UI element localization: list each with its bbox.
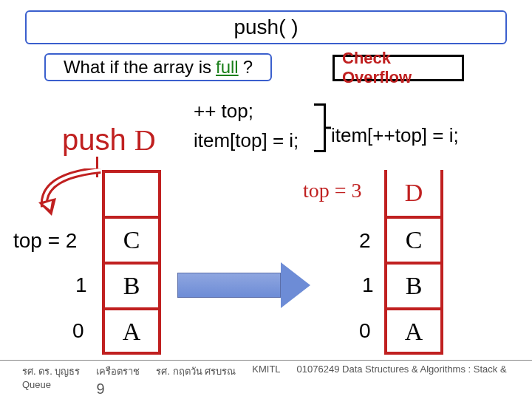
footer-author3: รศ. กฤตวัน ศรบรณ — [156, 364, 236, 379]
index-label: 0 — [72, 319, 84, 343]
stack-cell: A — [105, 307, 158, 353]
footer-author1a: รศ. ดร. บุญธร — [22, 364, 80, 379]
push-word: push — [62, 123, 134, 156]
top-label-before: top = 2 — [13, 229, 77, 253]
check-overflow-label: Check Overflow — [342, 49, 462, 87]
code-line-1: ++ top; — [194, 100, 253, 123]
check-overflow-box: Check Overflow — [332, 55, 464, 81]
transition-arrow-icon — [177, 262, 310, 308]
footer-course: 01076249 Data Structures & Algorithms : … — [297, 364, 507, 375]
slide-title: push( ) — [233, 16, 298, 39]
code-line-2: item[top] = i; — [194, 129, 299, 152]
index-label: 1 — [75, 273, 87, 297]
index-label: 2 — [359, 229, 371, 253]
subtitle-emph: full — [216, 57, 239, 78]
slide-title-box: push( ) — [25, 10, 507, 44]
stack-after: D C B A — [384, 170, 443, 355]
code-line-combined: item[++top] = i; — [331, 124, 459, 147]
push-call-label: push D — [62, 123, 156, 157]
slide-number: 9 — [96, 381, 140, 398]
footer-institution: KMITL — [252, 364, 280, 375]
subtitle-prefix: What if the array is — [64, 57, 211, 78]
index-label: 1 — [362, 273, 374, 297]
stack-cell: C — [387, 216, 440, 262]
footer-author2: เครือตราช — [96, 364, 140, 379]
top-label-after: top = 3 — [303, 179, 362, 202]
stack-cell: C — [105, 216, 158, 262]
stack-cell — [105, 170, 158, 216]
push-arg: D — [134, 123, 156, 157]
stack-cell: B — [387, 262, 440, 307]
stack-cell: A — [387, 307, 440, 353]
footer-author1b: Queue — [22, 379, 80, 390]
stack-before: C B A — [102, 170, 161, 355]
subtitle-box: What if the array is full ? — [44, 53, 272, 81]
brace-icon — [314, 103, 326, 152]
index-label: 0 — [359, 319, 371, 343]
slide-footer: รศ. ดร. บุญธร Queue เครือตราช 9 รศ. กฤตว… — [0, 360, 532, 399]
subtitle-suffix: ? — [243, 57, 253, 78]
stack-cell: D — [387, 170, 440, 216]
stack-cell: B — [105, 262, 158, 307]
